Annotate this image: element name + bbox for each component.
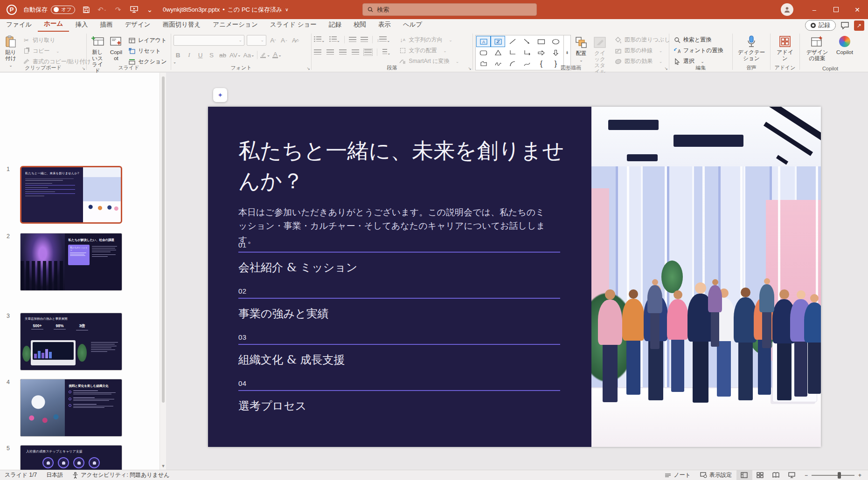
slide-thumbnail-1[interactable]: 私たちと一緒に、未来を創りませんか? [20,166,122,224]
shape-oval-icon[interactable] [549,36,563,47]
agenda-item-1[interactable]: 01 会社紹介 & ミッション [238,241,560,275]
shape-line-icon[interactable] [505,36,520,47]
view-slideshow-button[interactable] [784,470,800,480]
font-color-button[interactable]: A⌄ [272,50,282,60]
undo-icon[interactable]: ↶⌄ [97,5,107,14]
slide-title-textbox[interactable]: 私たちと一緒に、未来を創りませんか？ [238,136,565,197]
tab-review[interactable]: 校閲 [347,19,372,32]
tab-record[interactable]: 記録 [323,19,347,32]
underline-button[interactable]: U [196,50,205,60]
paragraph-dialog-launcher-icon[interactable]: ↘ [468,66,472,71]
share-icon[interactable]: ↗ [854,21,864,31]
find-replace-button[interactable]: 検索と置換 [672,35,724,45]
decrease-font-icon[interactable]: A⌄ [280,35,289,45]
shape-arrow-icon[interactable] [520,36,534,47]
language-indicator[interactable]: 日本語 [42,471,68,479]
bullets-icon[interactable]: ⌄ [314,35,325,44]
slide-thumbnail-3[interactable]: 文章追加独自の強みと事業展開 500+ 98% 3倍 [20,313,122,370]
display-settings-button[interactable]: 表示設定 [695,471,736,479]
search-input[interactable] [377,6,532,13]
highlight-color-button[interactable]: ⌄ [260,50,271,60]
slide-canvas-area[interactable]: ✦ 私たちと一緒に、未来を創りませんか？ 本日はご参加いただきありがとうございま… [167,73,868,470]
maximize-button[interactable] [825,0,847,19]
accessibility-status[interactable]: アクセシビリティ: 問題ありません [68,471,174,479]
zoom-in-button[interactable]: + [858,472,868,479]
view-sorter-button[interactable] [752,470,768,480]
shape-triangle-icon[interactable] [491,47,505,58]
align-left-icon[interactable] [314,49,321,55]
distribute-icon[interactable] [364,49,372,55]
copilot-slides-button[interactable]: Copilot [108,34,125,62]
agenda-item-3[interactable]: 03 組織文化 & 成長支援 [238,333,560,367]
numbering-icon[interactable]: ⌄ [329,35,340,44]
clipboard-dialog-launcher-icon[interactable]: ↘ [82,66,85,71]
slide-counter[interactable]: スライド 1/7 [0,471,42,479]
slide-photo[interactable] [591,107,821,447]
shape-elbow-icon[interactable] [505,47,520,58]
tab-transitions[interactable]: 画面切り替え [157,19,207,32]
shape-rounded-rect-icon[interactable] [476,47,491,58]
slide-editor[interactable]: 私たちと一緒に、未来を創りませんか？ 本日はご参加いただきありがとうございます。… [208,107,821,447]
zoom-out-button[interactable]: − [800,472,808,479]
slide-thumbnail-2[interactable]: 私たちが解決したい、社会の課題 私たちのミッション [20,233,122,291]
change-case-button[interactable]: Aa⌄ [243,50,255,60]
shape-down-arrow-icon[interactable] [549,47,563,58]
reset-button[interactable]: リセット [126,46,178,56]
agenda-item-2[interactable]: 02 事業の強みと実績 [238,287,560,321]
scroll-down-arrow-icon[interactable]: ▼ [160,464,167,468]
tab-view[interactable]: 表示 [372,19,397,32]
search-box[interactable] [362,3,537,16]
layout-button[interactable]: レイアウト ⌄ [126,35,178,45]
slide-thumbnail-5[interactable]: 入社後の成長ステップとキャリア支援 入社研修 OJT・配属 専門スキル研修 リー… [20,445,122,470]
tab-animations[interactable]: アニメーション [207,19,264,32]
qat-customize-chevron-icon[interactable]: ⌄ [145,5,154,14]
tab-home[interactable]: ホーム [38,18,69,32]
shape-elbow-arrow-icon[interactable] [520,47,534,58]
saved-status[interactable]: この PC に保存済み [228,6,283,14]
shape-textbox-icon[interactable]: A [476,36,491,47]
dictation-button[interactable]: ディクテーション⌄ [736,34,767,69]
designer-button[interactable]: デザインの提案 [804,34,831,62]
record-button[interactable]: 記録 [805,20,836,31]
italic-button[interactable]: I [185,50,194,60]
copilot-button[interactable]: Copilot [833,34,857,56]
scrollbar-thumb[interactable] [162,76,165,403]
justify-icon[interactable] [352,49,359,55]
shape-rectangle-icon[interactable] [534,36,549,47]
increase-font-icon[interactable]: A^ [269,35,278,45]
drawing-dialog-launcher-icon[interactable]: ↘ [664,66,668,71]
file-name[interactable]: 0wynkjt8t5on3pr.pptx [163,6,220,13]
shape-vertical-textbox-icon[interactable] [491,36,505,47]
align-text-button[interactable]: 文字の配置 ⌄ [397,46,461,55]
save-icon[interactable] [82,5,91,14]
font-size-combo[interactable]: ⌄ [247,35,266,46]
shape-right-arrow-icon[interactable] [534,47,549,58]
font-dialog-launcher-icon[interactable]: ↘ [306,66,310,71]
tab-design[interactable]: デザイン [118,19,156,32]
view-normal-button[interactable] [736,470,752,480]
account-avatar[interactable] [781,3,793,16]
align-center-icon[interactable] [326,49,334,55]
tab-help[interactable]: ヘルプ [397,19,428,32]
tab-slideshow[interactable]: スライド ショー [264,19,323,32]
redo-icon[interactable]: ↷ [113,5,123,14]
columns-icon[interactable]: ⌄ [382,48,391,56]
tab-draw[interactable]: 描画 [94,19,118,32]
autosave-toggle[interactable]: 自動保存 オフ [23,6,75,14]
paste-button[interactable]: 貼り付け⌄ [2,34,19,69]
increase-indent-icon[interactable] [361,37,368,42]
designer-suggestion-button[interactable]: ✦ [213,88,227,102]
arrange-button[interactable]: 配置⌄ [573,35,590,64]
slide-thumbnail-4[interactable]: 挑戦と変化を楽しむ組織文化 [20,379,122,437]
minimize-button[interactable]: – [804,0,825,19]
char-spacing-button[interactable]: AV⌄ [229,50,241,60]
cut-button[interactable]: ✂切り取り [21,35,92,45]
view-reading-button[interactable] [768,470,784,480]
clear-format-icon[interactable]: A̷◇ [291,35,300,45]
strikethrough-button[interactable]: ab [218,50,227,60]
shadow-button[interactable]: S [207,50,216,60]
file-chevron-icon[interactable]: ∨ [285,7,288,12]
slideshow-from-start-icon[interactable] [129,5,139,14]
font-name-combo[interactable]: ⌄ [174,35,244,46]
text-direction-button[interactable]: ↓A文字列の方向 ⌄ [397,35,461,45]
